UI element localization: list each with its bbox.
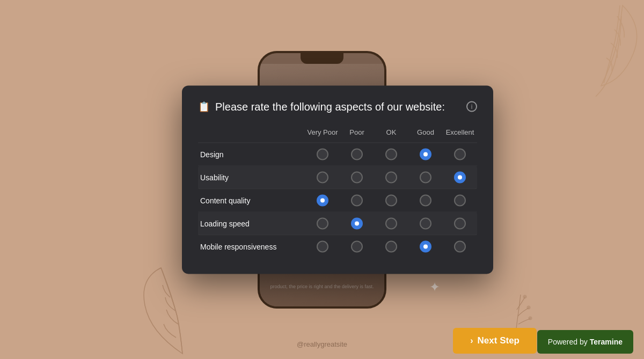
radio-mr-verypoor[interactable] xyxy=(305,240,340,252)
radio-btn[interactable] xyxy=(351,240,363,252)
header-excellent: Excellent xyxy=(443,128,477,136)
next-step-arrow: › xyxy=(470,336,473,346)
powered-by-badge: Powered by Teramine xyxy=(537,330,633,354)
watermark: @reallygreatsite xyxy=(297,340,347,348)
modal-title-text: Please rate the following aspects of our… xyxy=(215,100,445,113)
radio-btn-selected[interactable] xyxy=(317,194,328,206)
radio-btn[interactable] xyxy=(454,148,466,160)
row-label-design: Design xyxy=(198,150,305,158)
radio-mr-excellent[interactable] xyxy=(443,240,477,252)
radio-ls-excellent[interactable] xyxy=(443,217,477,229)
radio-design-poor[interactable] xyxy=(340,148,374,160)
radio-btn[interactable] xyxy=(317,217,328,229)
radio-btn[interactable] xyxy=(351,148,363,160)
rating-header: Very Poor Poor OK Good Excellent xyxy=(198,123,477,143)
powered-by-brand: Teramine xyxy=(590,338,623,346)
next-step-label: Next Step xyxy=(478,335,519,346)
row-mobile-responsiveness: Mobile responsiveness xyxy=(198,235,477,258)
radio-btn-selected[interactable] xyxy=(454,171,466,183)
header-very-poor: Very Poor xyxy=(305,128,340,136)
radio-design-excellent[interactable] xyxy=(443,148,477,160)
radio-btn[interactable] xyxy=(317,171,328,183)
header-poor: Poor xyxy=(340,128,374,136)
next-step-button[interactable]: › Next Step xyxy=(453,328,537,354)
sparkle-decoration: ✦ xyxy=(429,280,440,295)
radio-btn[interactable] xyxy=(420,171,431,183)
radio-btn[interactable] xyxy=(454,194,466,206)
radio-usability-verypoor[interactable] xyxy=(305,171,340,183)
radio-btn-selected[interactable] xyxy=(351,217,363,229)
radio-btn[interactable] xyxy=(454,217,466,229)
radio-btn[interactable] xyxy=(351,171,363,183)
radio-cq-excellent[interactable] xyxy=(443,194,477,206)
phone-text-overlay: product, the price is right and the deli… xyxy=(265,283,379,290)
radio-btn[interactable] xyxy=(385,217,397,229)
radio-btn[interactable] xyxy=(351,194,363,206)
survey-icon: 📋 xyxy=(198,101,210,113)
powered-by-prefix: Powered by xyxy=(548,338,588,346)
radio-cq-good[interactable] xyxy=(408,194,443,206)
radio-cq-poor[interactable] xyxy=(340,194,374,206)
row-label-content-quality: Content quality xyxy=(198,196,305,204)
radio-btn[interactable] xyxy=(385,240,397,252)
radio-usability-good[interactable] xyxy=(408,171,443,183)
radio-design-verypoor[interactable] xyxy=(305,148,340,160)
row-content-quality: Content quality xyxy=(198,189,477,212)
row-label-usability: Usability xyxy=(198,173,305,181)
radio-btn[interactable] xyxy=(454,240,466,252)
radio-btn-selected[interactable] xyxy=(420,240,431,252)
rating-table: Very Poor Poor OK Good Excellent Design … xyxy=(198,123,477,258)
radio-btn[interactable] xyxy=(420,194,431,206)
radio-ls-good[interactable] xyxy=(408,217,443,229)
info-button[interactable]: i xyxy=(466,101,477,112)
radio-mr-ok[interactable] xyxy=(374,240,408,252)
radio-cq-ok[interactable] xyxy=(374,194,408,206)
radio-btn-selected[interactable] xyxy=(420,148,431,160)
phone-notch xyxy=(301,53,343,64)
row-design: Design xyxy=(198,143,477,166)
modal-title: 📋 Please rate the following aspects of o… xyxy=(198,100,477,113)
radio-ls-ok[interactable] xyxy=(374,217,408,229)
header-empty xyxy=(198,128,305,136)
radio-mr-good[interactable] xyxy=(408,240,443,252)
radio-usability-poor[interactable] xyxy=(340,171,374,183)
radio-btn[interactable] xyxy=(385,171,397,183)
survey-modal: 📋 Please rate the following aspects of o… xyxy=(182,85,493,274)
radio-usability-excellent[interactable] xyxy=(443,171,477,183)
row-label-loading-speed: Loading speed xyxy=(198,219,305,228)
radio-btn[interactable] xyxy=(317,240,328,252)
radio-cq-verypoor[interactable] xyxy=(305,194,340,206)
row-label-mobile-responsiveness: Mobile responsiveness xyxy=(198,242,305,251)
row-usability: Usability xyxy=(198,166,477,189)
row-loading-speed: Loading speed xyxy=(198,212,477,235)
radio-usability-ok[interactable] xyxy=(374,171,408,183)
header-ok: OK xyxy=(374,128,408,136)
radio-ls-verypoor[interactable] xyxy=(305,217,340,229)
radio-btn[interactable] xyxy=(317,148,328,160)
radio-ls-poor[interactable] xyxy=(340,217,374,229)
radio-design-good[interactable] xyxy=(408,148,443,160)
radio-btn[interactable] xyxy=(385,148,397,160)
radio-design-ok[interactable] xyxy=(374,148,408,160)
radio-btn[interactable] xyxy=(385,194,397,206)
radio-mr-poor[interactable] xyxy=(340,240,374,252)
radio-btn[interactable] xyxy=(420,217,431,229)
header-good: Good xyxy=(408,128,443,136)
